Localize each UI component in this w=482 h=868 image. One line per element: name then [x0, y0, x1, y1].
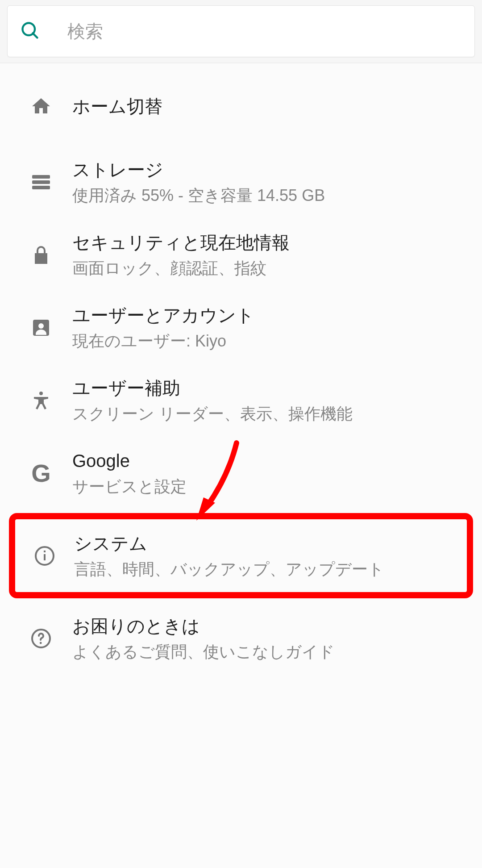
svg-point-5: [39, 392, 43, 395]
settings-item-subtitle: 現在のユーザー: Kiyo: [72, 330, 473, 352]
settings-item-title: ユーザー補助: [72, 376, 473, 401]
help-icon: [10, 628, 72, 649]
annotation-highlight: システム 言語、時間、バックアップ、アップデート: [9, 513, 473, 598]
info-icon: [15, 545, 74, 567]
account-icon: [10, 317, 72, 338]
svg-rect-8: [44, 551, 46, 552]
settings-item-help[interactable]: お困りのときは よくあるご質問、使いこなしガイド: [0, 602, 482, 675]
settings-item-system[interactable]: システム 言語、時間、バックアップ、アップデート: [15, 519, 467, 592]
settings-item-subtitle: スクリーン リーダー、表示、操作機能: [72, 403, 473, 425]
settings-item-title: ユーザーとアカウント: [72, 303, 473, 328]
settings-item-security[interactable]: セキュリティと現在地情報 画面ロック、顔認証、指紋: [0, 218, 482, 291]
settings-item-users-accounts[interactable]: ユーザーとアカウント 現在のユーザー: Kiyo: [0, 291, 482, 364]
settings-item-subtitle: 画面ロック、顔認証、指紋: [72, 258, 473, 280]
settings-item-title: ホーム切替: [72, 94, 473, 119]
search-icon: [20, 21, 40, 42]
home-icon: [10, 96, 72, 117]
settings-item-google[interactable]: G Google サービスと設定: [0, 437, 482, 509]
svg-rect-0: [32, 175, 50, 179]
svg-rect-2: [32, 186, 50, 189]
settings-item-storage[interactable]: ストレージ 使用済み 55% - 空き容量 14.55 GB: [0, 146, 482, 218]
search-input[interactable]: [67, 21, 462, 42]
settings-item-title: ストレージ: [72, 157, 473, 182]
settings-item-title: Google: [72, 448, 473, 473]
storage-icon: [10, 171, 72, 193]
settings-item-title: お困りのときは: [72, 613, 473, 638]
settings-item-subtitle: 言語、時間、バックアップ、アップデート: [74, 559, 458, 580]
lock-icon: [10, 244, 72, 266]
search-bar[interactable]: [7, 5, 475, 57]
settings-item-title: セキュリティと現在地情報: [72, 230, 473, 255]
search-bar-container: [0, 0, 482, 63]
settings-item-subtitle: 使用済み 55% - 空き容量 14.55 GB: [72, 185, 473, 207]
google-icon: G: [10, 461, 72, 486]
svg-point-10: [40, 642, 42, 644]
settings-list: ホーム切替 ストレージ 使用済み 55% - 空き容量 14.55 GB セキュ…: [0, 63, 482, 675]
svg-point-4: [38, 323, 44, 329]
accessibility-icon: [10, 390, 72, 411]
svg-rect-1: [32, 180, 50, 184]
settings-item-accessibility[interactable]: ユーザー補助 スクリーン リーダー、表示、操作機能: [0, 364, 482, 437]
settings-item-subtitle: よくあるご質問、使いこなしガイド: [72, 641, 473, 663]
svg-rect-7: [44, 554, 46, 560]
settings-item-title: システム: [74, 531, 458, 556]
settings-item-subtitle: サービスと設定: [72, 476, 473, 498]
settings-item-home-switcher[interactable]: ホーム切替: [0, 85, 482, 146]
